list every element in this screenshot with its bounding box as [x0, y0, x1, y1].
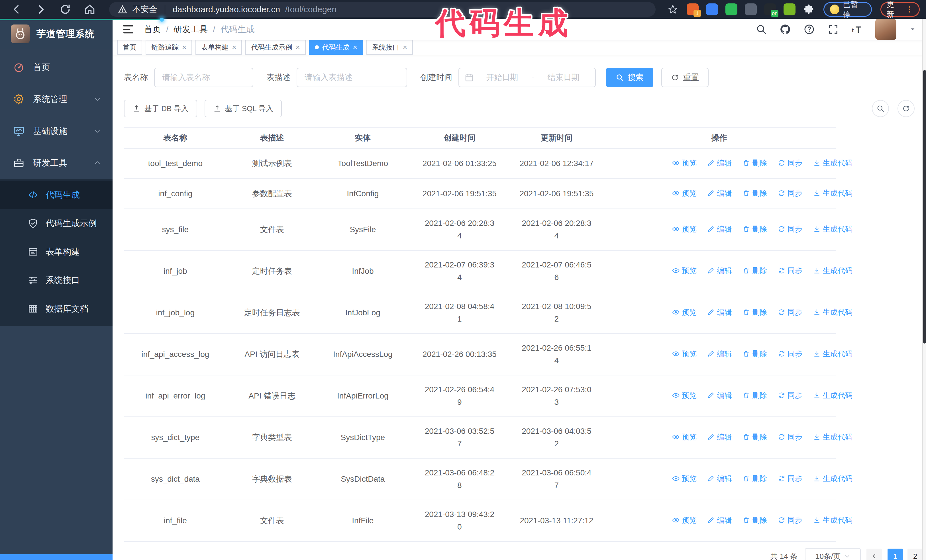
extension-blue-gem-icon[interactable]	[706, 3, 718, 15]
action-eye-link[interactable]: 预览	[672, 514, 697, 527]
action-sync-link[interactable]: 同步	[778, 514, 802, 527]
tab-3[interactable]: 代码生成示例 ×	[245, 40, 306, 55]
tab-1[interactable]: 链路追踪 ×	[145, 40, 192, 55]
extension-green-bot-icon[interactable]	[784, 3, 796, 15]
action-edit-link[interactable]: 编辑	[707, 264, 732, 277]
action-download-link[interactable]: 生成代码	[813, 157, 852, 169]
action-delete-link[interactable]: 删除	[743, 347, 767, 360]
action-eye-link[interactable]: 预览	[672, 431, 697, 443]
action-download-link[interactable]: 生成代码	[813, 472, 852, 485]
table-row[interactable]: inf_api_error_log API 错误日志 InfApiErrorLo…	[124, 375, 836, 417]
sidebar-collapse-hamburger-icon[interactable]	[122, 23, 134, 35]
tab-close-icon[interactable]: ×	[295, 44, 300, 51]
extension-grid-icon[interactable]	[745, 3, 757, 15]
import-sql-button[interactable]: 基于 SQL 导入	[204, 100, 282, 117]
action-eye-link[interactable]: 预览	[672, 157, 697, 169]
sidebar-subitem-1[interactable]: 代码生成示例	[0, 209, 112, 237]
tab-close-icon[interactable]: ×	[403, 44, 407, 51]
action-download-link[interactable]: 生成代码	[813, 223, 852, 235]
table-row[interactable]: sys_dict_type 字典类型表 SysDictType 2021-03-…	[124, 417, 836, 458]
action-sync-link[interactable]: 同步	[778, 306, 802, 318]
page-number-button[interactable]: 2	[908, 549, 923, 560]
create-time-range-picker[interactable]: 开始日期 - 结束日期	[458, 68, 596, 87]
extension-orange-icon[interactable]: 1	[687, 3, 699, 15]
page-size-select[interactable]: 10条/页	[805, 548, 861, 560]
breadcrumb-home[interactable]: 首页	[144, 24, 161, 35]
action-eye-link[interactable]: 预览	[672, 223, 697, 235]
sidebar-item-0[interactable]: 首页	[0, 51, 112, 83]
window-scrollbar[interactable]	[922, 19, 926, 560]
sidebar-logo-area[interactable]: 芋道管理系统	[0, 19, 112, 49]
url-host[interactable]: dashboard.yudao.iocoder.cn	[172, 5, 280, 14]
action-eye-link[interactable]: 预览	[672, 389, 697, 402]
action-delete-link[interactable]: 删除	[743, 514, 767, 527]
back-icon[interactable]	[10, 3, 23, 16]
action-delete-link[interactable]: 删除	[743, 264, 767, 277]
table-row[interactable]: inf_job_log 定时任务日志表 InfJobLog 2021-02-08…	[124, 292, 836, 334]
end-date-placeholder[interactable]: 结束日期	[538, 72, 590, 83]
action-delete-link[interactable]: 删除	[743, 157, 767, 169]
reload-icon[interactable]	[59, 3, 71, 16]
scrollbar-thumb[interactable]	[923, 70, 926, 344]
breadcrumb-dev-tools[interactable]: 研发工具	[174, 24, 208, 35]
sidebar-item-1[interactable]: 系统管理	[0, 83, 112, 115]
action-eye-link[interactable]: 预览	[672, 472, 697, 485]
action-download-link[interactable]: 生成代码	[813, 514, 852, 527]
action-edit-link[interactable]: 编辑	[707, 157, 732, 169]
table-row[interactable]: inf_job 定时任务表 InfJob 2021-02-07 06:39:3 …	[124, 251, 836, 292]
action-download-link[interactable]: 生成代码	[813, 389, 852, 402]
action-edit-link[interactable]: 编辑	[707, 347, 732, 360]
refresh-button[interactable]	[897, 100, 915, 117]
action-edit-link[interactable]: 编辑	[707, 187, 732, 199]
action-eye-link[interactable]: 预览	[672, 306, 697, 318]
action-edit-link[interactable]: 编辑	[707, 306, 732, 318]
action-delete-link[interactable]: 删除	[743, 431, 767, 443]
table-row[interactable]: sys_file 文件表 SysFile 2021-02-06 20:28:3 …	[124, 209, 836, 251]
action-download-link[interactable]: 生成代码	[813, 431, 852, 443]
caret-down-icon[interactable]	[909, 26, 916, 33]
action-sync-link[interactable]: 同步	[778, 431, 802, 443]
extension-puzzle-icon[interactable]	[803, 3, 815, 15]
reset-button[interactable]: 重置	[661, 68, 709, 87]
action-delete-link[interactable]: 删除	[743, 389, 767, 402]
action-eye-link[interactable]: 预览	[672, 264, 697, 277]
action-sync-link[interactable]: 同步	[778, 187, 802, 199]
table-row[interactable]: sys_dict_data 字典数据表 SysDictData 2021-03-…	[124, 458, 836, 500]
sidebar-subitem-0[interactable]: 代码生成	[0, 181, 112, 209]
tab-close-icon[interactable]: ×	[182, 44, 186, 51]
extension-dark-on-icon[interactable]: on	[764, 3, 776, 15]
action-edit-link[interactable]: 编辑	[707, 514, 732, 527]
url-path[interactable]: /tool/codegen	[285, 5, 336, 14]
prev-page-button[interactable]	[867, 549, 882, 560]
table-row[interactable]: inf_config 参数配置表 InfConfig 2021-02-06 19…	[124, 179, 836, 209]
tab-4[interactable]: 代码生成 ×	[309, 40, 363, 55]
address-bar[interactable]: 不安全 dashboard.yudao.iocoder.cn/tool/code…	[109, 2, 656, 17]
search-button[interactable]: 搜索	[606, 68, 653, 87]
start-date-placeholder[interactable]: 开始日期	[476, 72, 528, 83]
table-row[interactable]: inf_file 文件表 InfFile 2021-03-13 09:43:2 …	[124, 500, 836, 542]
tab-close-icon[interactable]: ×	[353, 44, 357, 51]
action-sync-link[interactable]: 同步	[778, 223, 802, 235]
table-name-input[interactable]	[154, 68, 253, 87]
action-delete-link[interactable]: 删除	[743, 187, 767, 199]
browser-update-button[interactable]: 更新	[881, 2, 920, 17]
page-number-button[interactable]: 1	[888, 549, 903, 560]
action-edit-link[interactable]: 编辑	[707, 472, 732, 485]
action-sync-link[interactable]: 同步	[778, 389, 802, 402]
tab-2[interactable]: 表单构建 ×	[195, 40, 242, 55]
tampermonkey-paused-pill[interactable]: 已暂停	[823, 2, 872, 17]
action-download-link[interactable]: 生成代码	[813, 306, 852, 318]
table-row[interactable]: inf_api_access_log API 访问日志表 InfApiAcces…	[124, 334, 836, 375]
font-size-icon[interactable]: tT	[851, 24, 863, 35]
action-sync-link[interactable]: 同步	[778, 472, 802, 485]
action-download-link[interactable]: 生成代码	[813, 264, 852, 277]
action-delete-link[interactable]: 删除	[743, 223, 767, 235]
action-eye-link[interactable]: 预览	[672, 187, 697, 199]
table-desc-input[interactable]	[297, 68, 407, 87]
sidebar-subitem-4[interactable]: 数据库文档	[0, 294, 112, 323]
sidebar-item-2[interactable]: 基础设施	[0, 115, 112, 147]
bookmark-star-icon[interactable]	[667, 4, 678, 15]
github-icon[interactable]	[779, 24, 791, 35]
browser-menu-dots-icon[interactable]	[905, 5, 914, 14]
sidebar-subitem-2[interactable]: 表单构建	[0, 237, 112, 266]
